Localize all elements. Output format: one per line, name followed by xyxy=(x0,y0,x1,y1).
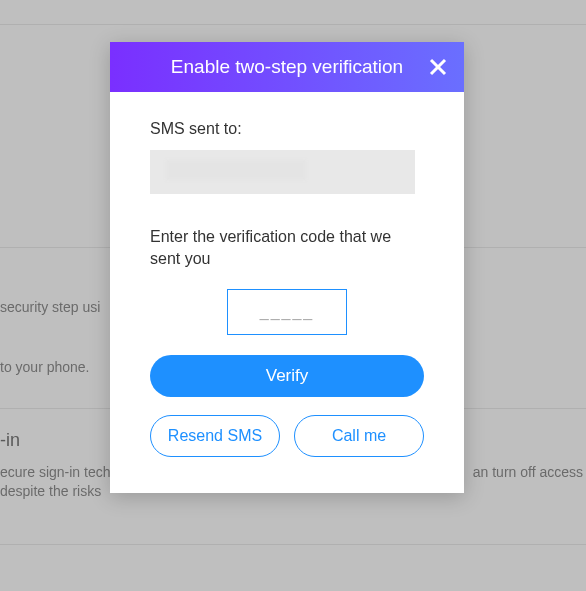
enter-code-label: Enter the verification code that we sent… xyxy=(150,226,424,271)
modal-header: Enable two-step verification xyxy=(110,42,464,92)
secondary-actions: Resend SMS Call me xyxy=(150,415,424,457)
close-icon xyxy=(429,58,447,76)
modal-body: SMS sent to: Enter the verification code… xyxy=(110,92,464,493)
verification-code-input[interactable] xyxy=(227,289,347,335)
modal-title: Enable two-step verification xyxy=(171,56,403,78)
two-step-verification-modal: Enable two-step verification SMS sent to… xyxy=(110,42,464,493)
code-input-wrapper xyxy=(150,289,424,335)
verify-button[interactable]: Verify xyxy=(150,355,424,397)
sms-sent-label: SMS sent to: xyxy=(150,120,424,138)
phone-number-display xyxy=(150,150,415,194)
resend-sms-button[interactable]: Resend SMS xyxy=(150,415,280,457)
phone-number-redacted xyxy=(166,160,306,180)
close-button[interactable] xyxy=(426,55,450,79)
call-me-button[interactable]: Call me xyxy=(294,415,424,457)
